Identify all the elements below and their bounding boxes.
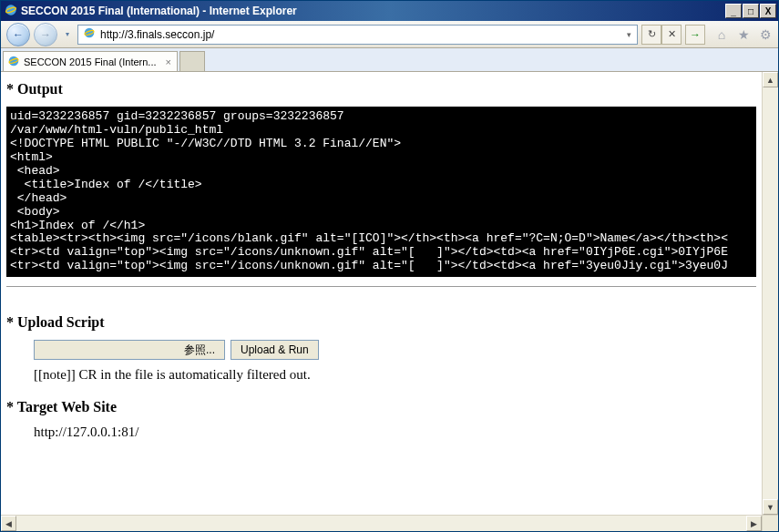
stop-icon: ✕ bbox=[668, 28, 676, 40]
tab-label: SECCON 2015 Final (Intern... bbox=[24, 56, 157, 67]
refresh-button[interactable]: ↻ bbox=[641, 25, 661, 45]
chevron-down-icon: ▼ bbox=[766, 503, 774, 512]
go-arrow-icon: → bbox=[690, 28, 701, 41]
target-heading: * Target Web Site bbox=[6, 399, 756, 415]
forward-button[interactable]: → bbox=[34, 23, 57, 46]
nav-toolbar: ← → ▾ ▾ ↻ ✕ → ⌂ ★ ⚙ bbox=[1, 21, 778, 48]
scrollbar-corner bbox=[762, 516, 778, 531]
minimize-button[interactable]: _ bbox=[725, 4, 742, 18]
maximize-button[interactable]: □ bbox=[743, 4, 759, 18]
chevron-right-icon: ▶ bbox=[751, 519, 757, 528]
browser-window: SECCON 2015 Final (International) - Inte… bbox=[0, 0, 779, 532]
scrollbar-track[interactable] bbox=[16, 516, 746, 531]
go-button[interactable]: → bbox=[685, 25, 705, 45]
minimize-icon: _ bbox=[731, 6, 736, 16]
app-icon bbox=[5, 4, 17, 19]
scroll-right-button[interactable]: ▶ bbox=[746, 516, 762, 531]
scroll-up-button[interactable]: ▲ bbox=[763, 72, 778, 87]
window-title: SECCON 2015 Final (International) - Inte… bbox=[21, 5, 297, 17]
close-icon: X bbox=[765, 6, 772, 16]
close-button[interactable]: X bbox=[760, 4, 776, 18]
page-favicon bbox=[80, 26, 98, 42]
new-tab-button[interactable] bbox=[179, 51, 205, 71]
maximize-icon: □ bbox=[748, 6, 753, 16]
target-url: http://127.0.0.1:81/ bbox=[34, 425, 756, 440]
file-input[interactable]: 参照... bbox=[34, 340, 225, 360]
terminal-output: uid=3232236857 gid=3232236857 groups=323… bbox=[6, 107, 756, 277]
nav-history-dropdown[interactable]: ▾ bbox=[61, 25, 74, 45]
scroll-down-button[interactable]: ▼ bbox=[763, 499, 778, 515]
horizontal-scrollbar[interactable]: ◀ ▶ bbox=[1, 515, 778, 531]
stop-button[interactable]: ✕ bbox=[661, 25, 682, 45]
home-icon: ⌂ bbox=[714, 27, 729, 42]
chevron-down-icon: ▾ bbox=[66, 30, 69, 38]
title-bar: SECCON 2015 Final (International) - Inte… bbox=[1, 1, 778, 21]
address-bar: ▾ bbox=[77, 25, 638, 45]
divider bbox=[6, 286, 756, 287]
vertical-scrollbar[interactable]: ▲ ▼ bbox=[762, 72, 778, 515]
gear-icon: ⚙ bbox=[758, 27, 773, 42]
home-button[interactable]: ⌂ bbox=[714, 27, 729, 42]
output-heading: * Output bbox=[6, 81, 756, 97]
browse-button[interactable]: 参照... bbox=[177, 342, 222, 358]
tab-strip: SECCON 2015 Final (Intern... × bbox=[1, 48, 778, 72]
scroll-left-button[interactable]: ◀ bbox=[1, 516, 16, 531]
tab-active[interactable]: SECCON 2015 Final (Intern... × bbox=[3, 51, 178, 71]
upload-note: [[note]] CR in the file is automatically… bbox=[34, 367, 756, 383]
upload-run-button[interactable]: Upload & Run bbox=[231, 340, 319, 360]
tab-favicon bbox=[7, 55, 20, 69]
tab-close-button[interactable]: × bbox=[166, 56, 171, 67]
refresh-icon: ↻ bbox=[648, 28, 656, 40]
chevron-up-icon: ▲ bbox=[766, 76, 774, 85]
back-arrow-icon: ← bbox=[13, 28, 24, 41]
back-button[interactable]: ← bbox=[6, 23, 30, 46]
chevron-left-icon: ◀ bbox=[5, 519, 12, 528]
forward-arrow-icon: → bbox=[40, 28, 51, 41]
star-icon: ★ bbox=[736, 27, 751, 42]
viewport: * Output uid=3232236857 gid=3232236857 g… bbox=[1, 72, 778, 531]
page-content: * Output uid=3232236857 gid=3232236857 g… bbox=[1, 72, 762, 515]
tools-button[interactable]: ⚙ bbox=[758, 27, 773, 42]
address-dropdown[interactable]: ▾ bbox=[622, 26, 635, 43]
close-icon: × bbox=[166, 56, 171, 67]
chevron-down-icon: ▾ bbox=[627, 30, 631, 39]
url-input[interactable] bbox=[98, 26, 622, 43]
favorites-button[interactable]: ★ bbox=[736, 27, 751, 42]
upload-heading: * Upload Script bbox=[6, 314, 756, 331]
